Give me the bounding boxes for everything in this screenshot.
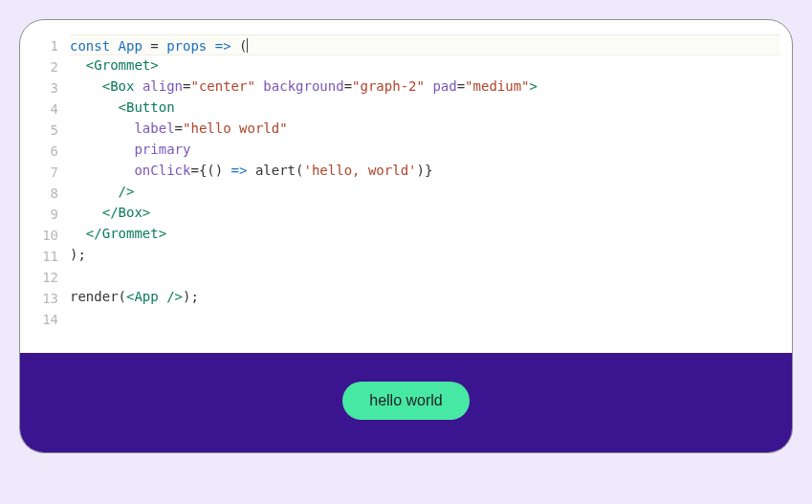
- code-token: >: [530, 78, 538, 94]
- code-line[interactable]: <Button: [70, 97, 780, 118]
- code-token: )}: [417, 163, 433, 178]
- code-token: <Grommet>: [86, 57, 159, 73]
- line-number: 13: [32, 288, 58, 309]
- code-line[interactable]: );: [70, 244, 780, 265]
- code-token: onClick: [134, 163, 190, 178]
- code-token: =>: [231, 163, 255, 178]
- line-number: 12: [32, 267, 58, 288]
- preview-area: hello world: [20, 353, 792, 452]
- code-token: "hello world": [183, 121, 288, 136]
- code-token: =: [175, 121, 183, 136]
- code-editor[interactable]: 1234567891011121314 const App = props =>…: [20, 20, 792, 353]
- code-token: <Button: [119, 99, 175, 115]
- snippet-panel: 1234567891011121314 const App = props =>…: [19, 19, 793, 453]
- code-line[interactable]: const App = props => (: [70, 34, 780, 55]
- code-token: <App: [126, 289, 166, 304]
- code-line[interactable]: render(<App />);: [70, 286, 780, 307]
- code-token: render: [70, 289, 119, 304]
- code-token: );: [70, 247, 86, 262]
- code-token: </Grommet>: [86, 226, 166, 241]
- code-token: const: [70, 38, 119, 54]
- line-number: 7: [32, 162, 58, 183]
- hello-world-button[interactable]: hello world: [342, 382, 469, 420]
- line-number: 14: [32, 309, 58, 330]
- code-line[interactable]: [70, 307, 780, 328]
- code-token: </Box>: [102, 205, 151, 220]
- line-number: 2: [32, 56, 58, 77]
- code-line[interactable]: </Box>: [70, 202, 780, 223]
- code-token: 'hello, world': [304, 163, 417, 178]
- line-number: 10: [32, 225, 58, 246]
- code-line[interactable]: <Grommet>: [70, 55, 780, 76]
- code-token: =: [344, 78, 352, 94]
- code-token: alert: [255, 163, 296, 178]
- code-token: =: [150, 38, 166, 54]
- code-token: />: [119, 184, 135, 199]
- code-token: primary: [134, 142, 190, 157]
- code-line[interactable]: primary: [70, 139, 780, 160]
- line-number: 3: [32, 77, 58, 99]
- code-token: =>: [215, 38, 239, 54]
- code-token: props: [166, 38, 215, 54]
- line-number: 9: [32, 204, 58, 225]
- code-token: (: [119, 289, 126, 304]
- code-line[interactable]: />: [70, 181, 780, 202]
- code-token: background: [263, 78, 343, 94]
- line-number: 8: [32, 183, 58, 204]
- code-token: <Box: [102, 78, 143, 94]
- code-token: label: [134, 121, 174, 136]
- code-token: />: [166, 289, 183, 304]
- code-token: App: [119, 38, 151, 54]
- code-line[interactable]: <Box align="center" background="graph-2"…: [70, 76, 780, 97]
- line-number: 6: [32, 141, 58, 162]
- line-number: 4: [32, 99, 58, 120]
- code-line[interactable]: onClick={() => alert('hello, world')}: [70, 160, 780, 181]
- code-content[interactable]: const App = props => ( <Grommet> <Box al…: [70, 35, 780, 330]
- code-line[interactable]: [70, 265, 780, 286]
- code-token: "graph-2": [352, 78, 425, 94]
- line-number: 5: [32, 120, 58, 141]
- code-line[interactable]: label="hello world": [70, 118, 780, 139]
- line-number: 11: [32, 246, 58, 267]
- line-number-gutter: 1234567891011121314: [32, 35, 70, 330]
- code-token: (: [239, 38, 247, 54]
- code-line[interactable]: </Grommet>: [70, 223, 780, 244]
- code-token: "medium": [465, 78, 529, 94]
- line-number: 1: [32, 35, 58, 56]
- code-token: ={(): [190, 163, 230, 178]
- code-token: align: [143, 78, 183, 94]
- code-token: (: [296, 163, 303, 178]
- code-token: );: [183, 289, 199, 304]
- code-token: "center": [190, 78, 254, 94]
- code-token: pad: [432, 78, 456, 94]
- text-cursor: [247, 38, 248, 53]
- code-token: =: [457, 78, 465, 94]
